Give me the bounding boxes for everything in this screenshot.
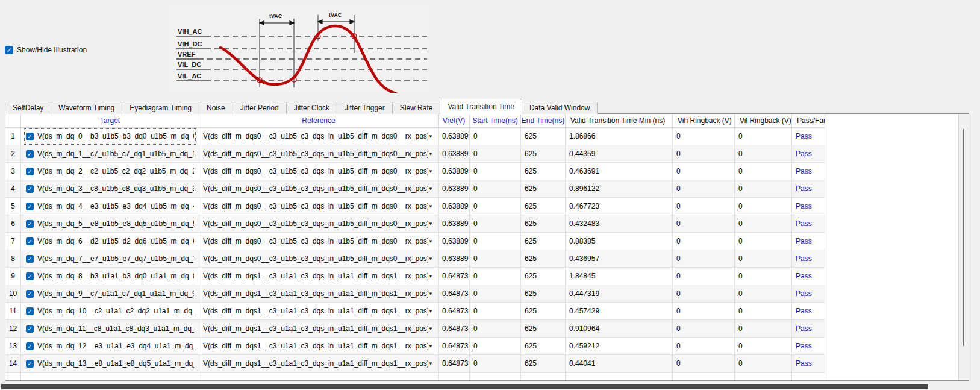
reference-combobox[interactable]: V(ds_diff_m_dqs1__c3_u1a1_c3_dqs_in_u1a1… bbox=[199, 338, 439, 355]
column-header-vil-ringback-v[interactable]: Vil Ringback (V) bbox=[735, 114, 792, 128]
row-checkbox-checked-icon[interactable]: ✓ bbox=[26, 150, 34, 158]
reference-combobox[interactable]: V(ds_diff_m_dqs0__c3_u1b5_c3_dqs_in_u1b5… bbox=[199, 198, 439, 215]
target-cell[interactable]: ✓V(ds_m_dq_12__e3_u1a1_e3_dq4_u1a1_m_dq_… bbox=[21, 338, 199, 355]
start-time-value: 0 bbox=[470, 355, 521, 373]
target-signal-name: V(ds_m_dq_1__c7_u1b5_c7_dq1_u1b5_m_dq_1_… bbox=[37, 149, 194, 158]
chevron-down-icon: ▼ bbox=[428, 309, 433, 314]
row-number[interactable]: 3 bbox=[5, 163, 21, 180]
tab-slew-rate[interactable]: Slew Rate bbox=[392, 102, 441, 114]
table-row-partial bbox=[5, 373, 958, 380]
reference-combobox[interactable]: V(ds_diff_m_dqs1__c3_u1a1_c3_dqs_in_u1a1… bbox=[199, 303, 439, 320]
reference-combobox[interactable]: V(ds_diff_m_dqs1__c3_u1a1_c3_dqs_in_u1a1… bbox=[199, 285, 439, 303]
tab-selfdelay[interactable]: SelfDelay bbox=[5, 102, 51, 114]
row-number[interactable]: 13 bbox=[5, 338, 21, 355]
vih-ringback-value: 0 bbox=[673, 303, 735, 320]
target-cell[interactable]: ✓V(ds_m_dq_9__c7_u1a1_c7_dq1_u1a1_m_dq_9… bbox=[21, 285, 199, 303]
column-header-vref-v[interactable]: Vref(V) bbox=[439, 114, 470, 128]
column-header-reference[interactable]: Reference bbox=[199, 114, 439, 128]
row-checkbox-checked-icon[interactable]: ✓ bbox=[26, 290, 34, 298]
row-number[interactable]: 5 bbox=[5, 198, 21, 215]
row-checkbox-checked-icon[interactable]: ✓ bbox=[26, 168, 34, 175]
tab-waveform-timing[interactable]: Waveform Timing bbox=[51, 102, 122, 114]
row-number[interactable]: 10 bbox=[5, 285, 21, 303]
row-number[interactable]: 9 bbox=[5, 268, 21, 285]
tab-jitter-clock[interactable]: Jitter Clock bbox=[286, 102, 337, 114]
target-cell[interactable]: ✓V(ds_m_dq_6__d2_u1b5_d2_dq6_u1b5_m_dq_6… bbox=[21, 233, 199, 250]
tab-noise[interactable]: Noise bbox=[199, 102, 233, 114]
row-number[interactable]: 4 bbox=[5, 180, 21, 198]
column-header-start-time-ns[interactable]: Start Time(ns) bbox=[470, 114, 521, 128]
row-checkbox-checked-icon[interactable]: ✓ bbox=[26, 307, 34, 315]
row-checkbox-checked-icon[interactable]: ✓ bbox=[26, 360, 34, 368]
target-cell[interactable]: ✓V(ds_m_dq_3__c8_u1b5_c8_dq3_u1b5_m_dq_3… bbox=[21, 180, 199, 198]
tab-eyediagram-timing[interactable]: Eyediagram Timing bbox=[122, 102, 199, 114]
horizontal-scrollbar-thumb[interactable] bbox=[1, 384, 928, 389]
row-checkbox-checked-icon[interactable]: ✓ bbox=[26, 220, 34, 228]
row-number[interactable]: 12 bbox=[5, 320, 21, 338]
reference-combobox[interactable]: V(ds_diff_m_dqs1__c3_u1a1_c3_dqs_in_u1a1… bbox=[199, 320, 439, 338]
empty-cell bbox=[21, 373, 199, 380]
reference-combobox[interactable]: V(ds_diff_m_dqs0__c3_u1b5_c3_dqs_in_u1b5… bbox=[199, 180, 439, 198]
target-cell[interactable]: ✓V(ds_m_dq_11__c8_u1a1_c8_dq3_u1a1_m_dq_… bbox=[21, 320, 199, 338]
target-cell[interactable]: ✓V(ds_m_dq_7__e7_u1b5_e7_dq7_u1b5_m_dq_7… bbox=[21, 250, 199, 268]
tab-jitter-trigger[interactable]: Jitter Trigger bbox=[337, 102, 393, 114]
tab-valid-transition-time[interactable]: Valid Transition Time bbox=[440, 99, 522, 114]
reference-combobox[interactable]: V(ds_diff_m_dqs0__c3_u1b5_c3_dqs_in_u1b5… bbox=[199, 163, 439, 180]
row-number[interactable]: 8 bbox=[5, 250, 21, 268]
row-number[interactable]: 11 bbox=[5, 303, 21, 320]
horizontal-scrollbar[interactable] bbox=[0, 383, 980, 390]
start-time-value: 0 bbox=[470, 285, 521, 303]
row-checkbox-checked-icon[interactable]: ✓ bbox=[26, 325, 34, 333]
column-header-pass-fail[interactable]: Pass/Fail bbox=[792, 114, 825, 128]
column-header-vih-ringback-v[interactable]: Vih Ringback (V) bbox=[673, 114, 735, 128]
row-checkbox-checked-icon[interactable]: ✓ bbox=[26, 133, 34, 140]
vih-ringback-value: 0 bbox=[673, 215, 735, 233]
row-number[interactable]: 2 bbox=[5, 145, 21, 163]
target-cell[interactable]: ✓V(ds_m_dq_0__b3_u1b5_b3_dq0_u1b5_m_dq_0… bbox=[21, 128, 199, 145]
row-checkbox-checked-icon[interactable]: ✓ bbox=[26, 237, 34, 245]
row-checkbox-checked-icon[interactable]: ✓ bbox=[26, 272, 34, 280]
row-number[interactable]: 14 bbox=[5, 355, 21, 373]
row-checkbox-checked-icon[interactable]: ✓ bbox=[26, 203, 34, 210]
target-cell[interactable]: ✓V(ds_m_dq_8__b3_u1a1_b3_dq0_u1a1_m_dq_8… bbox=[21, 268, 199, 285]
target-cell[interactable]: ✓V(ds_m_dq_2__c2_u1b5_c2_dq2_u1b5_m_dq_2… bbox=[21, 163, 199, 180]
reference-signal-name: V(ds_diff_m_dqs1__c3_u1a1_c3_dqs_in_u1a1… bbox=[203, 289, 428, 298]
row-number[interactable]: 6 bbox=[5, 215, 21, 233]
reference-combobox[interactable]: V(ds_diff_m_dqs0__c3_u1b5_c3_dqs_in_u1b5… bbox=[199, 215, 439, 233]
reference-combobox[interactable]: V(ds_diff_m_dqs1__c3_u1a1_c3_dqs_in_u1a1… bbox=[199, 355, 439, 373]
start-time-value: 0 bbox=[470, 163, 521, 180]
column-header-row-number[interactable] bbox=[5, 114, 21, 128]
vil-ringback-value: 0 bbox=[735, 215, 792, 233]
vil-ringback-value: 0 bbox=[735, 180, 792, 198]
target-signal-name: V(ds_m_dq_7__e7_u1b5_e7_dq7_u1b5_m_dq_7_… bbox=[37, 254, 194, 263]
level-label-vref: VREF bbox=[178, 51, 196, 58]
row-number[interactable]: 1 bbox=[5, 128, 21, 145]
row-number[interactable]: 7 bbox=[5, 233, 21, 250]
reference-combobox[interactable]: V(ds_diff_m_dqs0__c3_u1b5_c3_dqs_in_u1b5… bbox=[199, 233, 439, 250]
checkbox-checked-icon[interactable]: ✓ bbox=[5, 46, 13, 54]
column-header-valid-transition-time-min-ns[interactable]: Valid Transition Time Min (ns) bbox=[566, 114, 673, 128]
valid-transition-time-min-value: 0.447319 bbox=[566, 285, 673, 303]
row-checkbox-checked-icon[interactable]: ✓ bbox=[26, 255, 34, 263]
target-cell[interactable]: ✓V(ds_m_dq_13__e8_u1a1_e8_dq5_u1a1_m_dq_… bbox=[21, 355, 199, 373]
valid-transition-time-min-value: 0.467723 bbox=[566, 198, 673, 215]
target-cell[interactable]: ✓V(ds_m_dq_10__c2_u1a1_c2_dq2_u1a1_m_dq_… bbox=[21, 303, 199, 320]
target-cell[interactable]: ✓V(ds_m_dq_1__c7_u1b5_c7_dq1_u1b5_m_dq_1… bbox=[21, 145, 199, 163]
target-cell-content: ✓V(ds_m_dq_6__d2_u1b5_d2_dq6_u1b5_m_dq_6… bbox=[25, 234, 195, 249]
reference-combobox[interactable]: V(ds_diff_m_dqs1__c3_u1a1_c3_dqs_in_u1a1… bbox=[199, 268, 439, 285]
vil-ringback-value: 0 bbox=[735, 163, 792, 180]
target-cell[interactable]: ✓V(ds_m_dq_5__e8_u1b5_e8_dq5_u1b5_m_dq_5… bbox=[21, 215, 199, 233]
column-header-end-time-ns[interactable]: End Time(ns) bbox=[521, 114, 566, 128]
tab-data-valid-window[interactable]: Data Valid Window bbox=[522, 102, 598, 114]
reference-combobox[interactable]: V(ds_diff_m_dqs0__c3_u1b5_c3_dqs_in_u1b5… bbox=[199, 250, 439, 268]
row-checkbox-checked-icon[interactable]: ✓ bbox=[26, 185, 34, 193]
row-checkbox-checked-icon[interactable]: ✓ bbox=[26, 342, 34, 350]
show-hide-illustration-checkbox[interactable]: ✓ Show/Hide Illustration bbox=[5, 46, 87, 54]
target-cell[interactable]: ✓V(ds_m_dq_4__e3_u1b5_e3_dq4_u1b5_m_dq_4… bbox=[21, 198, 199, 215]
reference-combobox[interactable]: V(ds_diff_m_dqs0__c3_u1b5_c3_dqs_in_u1b5… bbox=[199, 145, 439, 163]
vertical-scrollbar[interactable] bbox=[958, 114, 969, 380]
tab-jitter-period[interactable]: Jitter Period bbox=[233, 102, 287, 114]
vertical-scrollbar-thumb[interactable] bbox=[963, 129, 964, 346]
column-header-target[interactable]: Target bbox=[21, 114, 199, 128]
reference-combobox[interactable]: V(ds_diff_m_dqs0__c3_u1b5_c3_dqs_in_u1b5… bbox=[199, 128, 439, 145]
